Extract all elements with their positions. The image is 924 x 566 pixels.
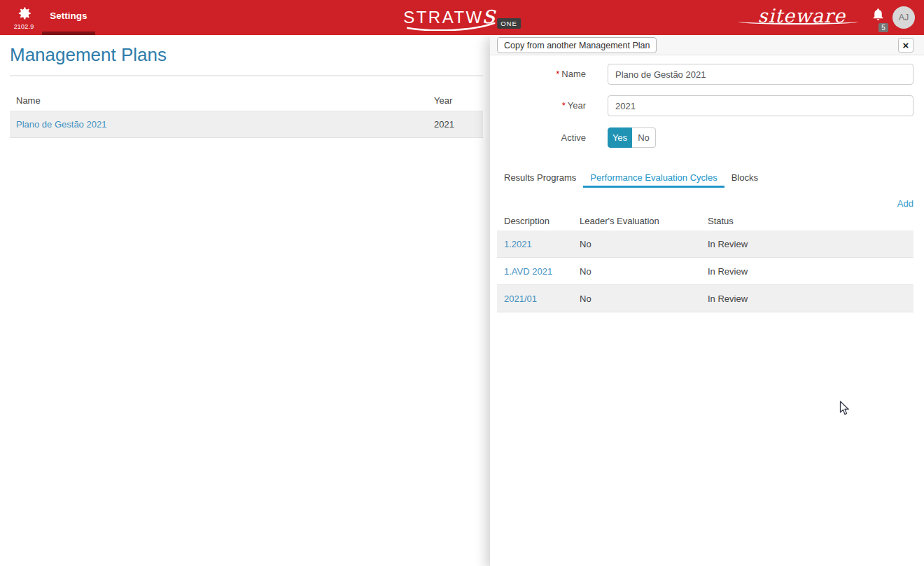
plan-name-link[interactable]: Plano de Gestão 2021 [16, 119, 106, 130]
top-bar: 2102.9 Settings STRATW s ONE siteware 5 … [0, 0, 924, 35]
nav-active-underline [42, 32, 95, 35]
title-divider [10, 75, 483, 76]
cycle-status-cell: In Review [708, 266, 913, 277]
tab-performance-evaluation-cycles[interactable]: Performance Evaluation Cycles [583, 170, 724, 188]
page-title: Management Plans [10, 44, 490, 66]
cycle-status-cell: In Review [708, 239, 913, 249]
add-cycle-link[interactable]: Add [897, 198, 913, 209]
plans-table: Name Year Plano de Gestão 2021 2021 [10, 90, 483, 138]
panel-toolbar: Copy from another Management Plan × [490, 35, 924, 55]
cycle-leaders-evaluation-cell: No [580, 294, 708, 304]
cycle-row[interactable]: 1.2021 No In Review [497, 230, 913, 258]
year-input[interactable] [608, 95, 913, 116]
cycle-leaders-evaluation-cell: No [580, 266, 708, 277]
panel-tabs: Results Programs Performance Evaluation … [497, 170, 765, 188]
cycles-table-header: Description Leader's Evaluation Status [497, 212, 913, 230]
cycle-description-link[interactable]: 1.AVD 2021 [504, 266, 552, 277]
tab-results-programs[interactable]: Results Programs [497, 170, 583, 188]
cycle-description-link[interactable]: 1.2021 [504, 239, 532, 249]
plans-header-name: Name [10, 95, 434, 106]
cycle-row[interactable]: 1.AVD 2021 No In Review [497, 258, 913, 285]
app-window: 2102.9 Settings STRATW s ONE siteware 5 … [0, 0, 924, 566]
siteware-logo: siteware [758, 5, 846, 27]
required-marker: * [562, 100, 566, 111]
cycles-header-status: Status [708, 216, 913, 226]
tab-blocks[interactable]: Blocks [724, 170, 765, 188]
management-plans-page: Management Plans Name Year Plano de Gest… [0, 35, 490, 138]
name-field-label: *Name [490, 64, 586, 85]
logo-swoosh [406, 22, 496, 31]
gear-icon [15, 4, 33, 22]
cycles-header-description: Description [497, 216, 580, 226]
cycle-row[interactable]: 2021/01 No In Review [497, 285, 913, 312]
required-marker: * [556, 69, 559, 79]
bell-icon [871, 7, 886, 22]
plan-year-cell: 2021 [434, 119, 483, 130]
cycles-header-leaders-evaluation: Leader's Evaluation [580, 216, 708, 226]
active-toggle: Yes No [608, 127, 656, 148]
avatar[interactable]: AJ [892, 6, 915, 29]
year-field-label: *Year [490, 95, 586, 116]
settings-gear-menu[interactable]: 2102.9 [8, 1, 39, 30]
active-yes-button[interactable]: Yes [608, 127, 632, 148]
logo-one-badge: ONE [497, 18, 521, 29]
version-label: 2102.9 [8, 23, 39, 30]
cycle-leaders-evaluation-cell: No [580, 239, 708, 249]
stratws-one-logo: STRATW s ONE [403, 0, 521, 35]
notifications-button[interactable]: 5 [871, 7, 888, 24]
management-plan-detail-panel: Copy from another Management Plan × *Nam… [490, 35, 924, 566]
close-icon: × [903, 39, 909, 51]
plans-table-row[interactable]: Plano de Gestão 2021 2021 [10, 111, 483, 138]
nav-settings-label: Settings [50, 11, 87, 21]
cycle-status-cell: In Review [708, 294, 913, 304]
active-field-label: Active [490, 127, 586, 149]
close-button[interactable]: × [898, 38, 913, 53]
notification-badge: 5 [878, 23, 888, 32]
cycle-description-link[interactable]: 2021/01 [504, 294, 537, 304]
cycles-table: Description Leader's Evaluation Status 1… [497, 212, 913, 312]
nav-item-settings[interactable]: Settings [42, 0, 95, 35]
name-input[interactable] [608, 64, 913, 85]
plans-header-year: Year [434, 95, 483, 106]
plans-table-header: Name Year [10, 90, 483, 111]
active-no-button[interactable]: No [632, 127, 656, 148]
copy-from-plan-button[interactable]: Copy from another Management Plan [497, 37, 657, 53]
